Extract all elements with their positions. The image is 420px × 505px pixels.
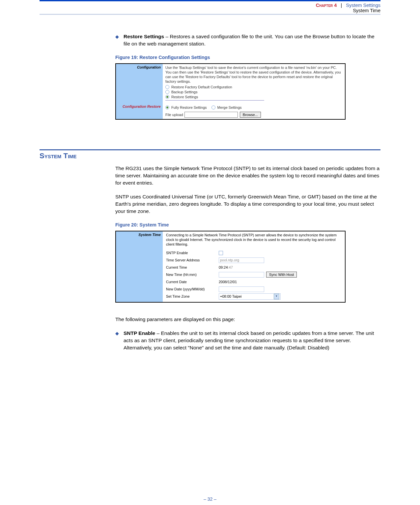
radio-label: Merge Settings bbox=[217, 105, 242, 109]
figure-20-screenshot: System Time Connecting to a Simple Netwo… bbox=[115, 231, 346, 303]
chapter-label: Chapter 4 bbox=[316, 3, 337, 8]
time-server-address-input[interactable] bbox=[219, 257, 264, 263]
radio-merge-settings[interactable]: Merge Settings bbox=[211, 105, 242, 109]
radio-icon bbox=[165, 85, 169, 89]
fig19-section-label: Configuration bbox=[116, 64, 163, 103]
figure-19-screenshot: Configuration Use the 'Backup Settings' … bbox=[115, 63, 346, 120]
figure-20-caption: Figure 20: System Time bbox=[115, 222, 380, 227]
time-zone-select[interactable]: +08:00 Taipei ▾ bbox=[219, 293, 281, 300]
sync-with-host-button[interactable]: Sync With Host bbox=[266, 272, 297, 278]
current-date-label: Current Date bbox=[166, 280, 219, 284]
radio-label: Restore Settings bbox=[171, 95, 198, 99]
radio-icon bbox=[165, 90, 169, 94]
current-time-label: Current Time bbox=[166, 265, 219, 269]
new-date-input[interactable] bbox=[219, 286, 264, 292]
fig20-section-label: System Time bbox=[116, 231, 163, 302]
radio-label: Fully Restore Settings bbox=[171, 105, 207, 109]
set-time-zone-label: Set Time Zone bbox=[166, 294, 219, 298]
new-time-input[interactable] bbox=[219, 272, 264, 278]
fig19-intro-text: Use the 'Backup Settings' tool to save t… bbox=[165, 65, 342, 84]
diamond-bullet-icon: ◆ bbox=[115, 330, 124, 351]
header-title: System Settings bbox=[346, 3, 380, 8]
radio-backup-settings[interactable]: Backup Settings bbox=[165, 90, 342, 94]
radio-label: Restore Factory Default Configuration bbox=[171, 85, 232, 89]
sntp-enable-title: SNTP Enable bbox=[124, 330, 155, 336]
section-heading-system-time: System Time bbox=[40, 152, 380, 160]
restore-settings-title: Restore Settings bbox=[124, 34, 164, 39]
current-time-value: 09:24:47 bbox=[219, 265, 233, 269]
page-number: – 32 – bbox=[0, 496, 420, 502]
divider bbox=[165, 100, 264, 101]
browse-button[interactable]: Browse... bbox=[240, 112, 261, 118]
radio-icon bbox=[165, 95, 169, 99]
radio-restore-settings[interactable]: Restore Settings bbox=[165, 95, 342, 99]
sntp-enable-checkbox[interactable] bbox=[219, 251, 223, 255]
radio-label: Backup Settings bbox=[171, 90, 198, 94]
chevron-down-icon: ▾ bbox=[274, 294, 279, 299]
restore-settings-text: Restore Settings – Restores a saved conf… bbox=[124, 33, 380, 47]
system-time-para-1: The RG231 uses the Simple Network Time P… bbox=[115, 165, 380, 187]
page-header: Chapter 4 | System Settings System Time bbox=[40, 0, 380, 15]
header-separator: | bbox=[338, 3, 345, 8]
sntp-enable-desc: – Enables the unit to set its internal c… bbox=[124, 330, 374, 350]
parameters-intro: The following parameters are displayed o… bbox=[115, 316, 380, 323]
radio-icon bbox=[211, 105, 215, 109]
section-rule bbox=[40, 149, 380, 150]
system-time-para-2: SNTP uses Coordinated Universal Time (or… bbox=[115, 193, 380, 215]
figure-19-caption: Figure 19: Restore Configuration Setting… bbox=[115, 55, 380, 60]
fig19-restore-label: Configuration Restore bbox=[116, 103, 163, 119]
fig20-intro-text: Connecting to a Simple Network Time Prot… bbox=[166, 233, 342, 247]
file-upload-input[interactable] bbox=[184, 112, 238, 118]
time-server-address-label: Time Server Address bbox=[166, 258, 219, 262]
radio-fully-restore[interactable]: Fully Restore Settings bbox=[165, 105, 207, 109]
sntp-enable-text: SNTP Enable – Enables the unit to set it… bbox=[124, 330, 380, 351]
new-time-label: New Time (hh:mm) bbox=[166, 273, 219, 277]
time-zone-value: +08:00 Taipei bbox=[220, 294, 242, 298]
restore-settings-bullet: ◆ Restore Settings – Restores a saved co… bbox=[115, 33, 380, 47]
radio-icon bbox=[165, 105, 169, 109]
radio-restore-factory[interactable]: Restore Factory Default Configuration bbox=[165, 85, 342, 89]
file-upload-label: File upload bbox=[165, 113, 183, 117]
sntp-enable-bullet: ◆ SNTP Enable – Enables the unit to set … bbox=[115, 330, 380, 351]
diamond-bullet-icon: ◆ bbox=[115, 33, 124, 47]
header-subtitle: System Time bbox=[40, 8, 380, 13]
new-date-label: New Date (yyyy/MM/dd) bbox=[166, 287, 219, 291]
current-date-value: 2008/12/01 bbox=[219, 280, 237, 284]
sntp-enable-label: SNTP Enable bbox=[166, 251, 219, 255]
